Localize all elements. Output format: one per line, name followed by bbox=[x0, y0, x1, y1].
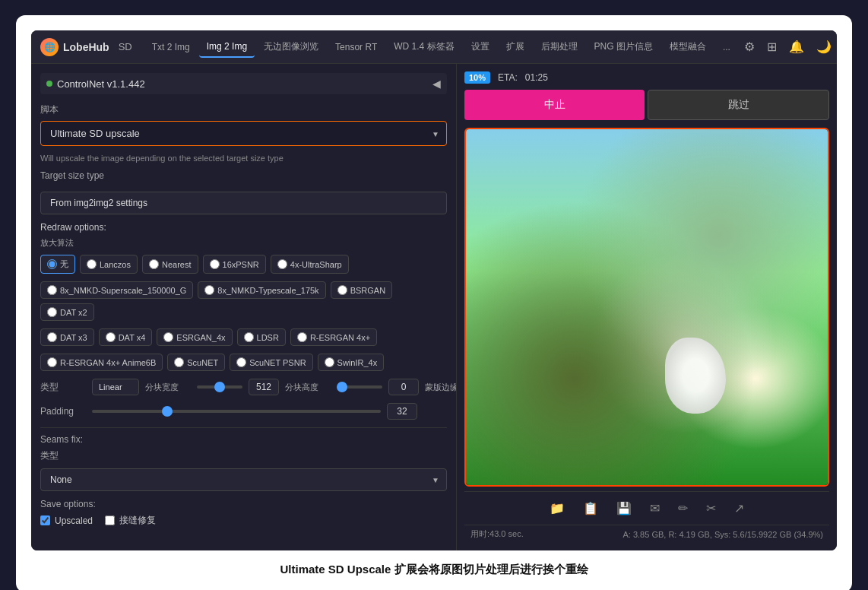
tab-tensor-rt[interactable]: Tensor RT bbox=[328, 37, 385, 57]
upscale-label: 放大算法 bbox=[40, 237, 447, 249]
preview-image bbox=[466, 129, 828, 485]
image-preview bbox=[464, 128, 829, 487]
type-select[interactable]: Linear Chess None bbox=[92, 379, 139, 395]
save-icon[interactable]: 💾 bbox=[613, 498, 635, 519]
type-select-wrapper[interactable]: Linear Chess None bbox=[92, 379, 139, 395]
hint-text: Will upscale the image depending on the … bbox=[40, 154, 447, 163]
seam-fix-label: 蒙版边缘... bbox=[425, 382, 457, 393]
skip-button[interactable]: 跳过 bbox=[648, 90, 829, 120]
nav-tabs: Txt 2 Img Img 2 Img 无边图像浏览 Tensor RT WD … bbox=[144, 36, 738, 58]
save-upscaled-checkbox[interactable]: Upscaled bbox=[40, 515, 93, 526]
notification-icon[interactable]: 🔔 bbox=[786, 36, 807, 57]
radio-4x-ultrasharp[interactable]: 4x-UltraSharp bbox=[271, 255, 349, 274]
navbar: 🌐 LobeHub SD Txt 2 Img Img 2 Img 无边图像浏览 … bbox=[31, 30, 837, 64]
upscale-radio-group: 无 Lanczos Nearest 16xPSNR bbox=[40, 255, 447, 274]
target-size-label: Target size type bbox=[40, 170, 104, 181]
script-select[interactable]: Ultimate SD upscale bbox=[40, 121, 447, 146]
radio-ldsr[interactable]: LDSR bbox=[237, 328, 286, 346]
target-size-select[interactable]: From img2img2 settings bbox=[40, 192, 447, 214]
grid-icon[interactable]: ⊞ bbox=[764, 36, 780, 57]
edit-icon[interactable]: ✏ bbox=[675, 498, 691, 519]
upscale-radio-group-3: DAT x3 DAT x4 ESRGAN_4x LDSR bbox=[40, 328, 447, 346]
share-icon[interactable]: ↗ bbox=[731, 498, 747, 519]
padding-row: Padding 32 bbox=[40, 403, 447, 420]
radio-esrgan-4x[interactable]: ESRGAN_4x bbox=[157, 328, 232, 346]
status-dot bbox=[46, 81, 52, 87]
save-seam-fix-label: 接缝修复 bbox=[119, 514, 156, 527]
copy-icon[interactable]: 📋 bbox=[580, 498, 601, 519]
status-bar: 用时:43.0 sec. A: 3.85 GB, R: 4.19 GB, Sys… bbox=[464, 525, 829, 543]
theme-icon[interactable]: 🌙 bbox=[813, 36, 835, 57]
send-icon[interactable]: ✉ bbox=[647, 498, 663, 519]
tab-model-merge[interactable]: 模型融合 bbox=[662, 36, 714, 58]
tab-more[interactable]: ... bbox=[715, 37, 738, 57]
radio-swinir[interactable]: SwinIR_4x bbox=[318, 354, 385, 371]
tab-img2img[interactable]: Img 2 Img bbox=[199, 36, 255, 58]
padding-label: Padding bbox=[40, 406, 86, 417]
sd-badge: SD bbox=[119, 41, 132, 52]
app-window: 🌐 LobeHub SD Txt 2 Img Img 2 Img 无边图像浏览 … bbox=[31, 30, 837, 550]
tab-postprocess[interactable]: 后期处理 bbox=[534, 36, 585, 58]
script-section-label: 脚本 bbox=[40, 103, 447, 116]
controlnet-title: ControlNet v1.1.442 bbox=[46, 78, 145, 90]
image-toolbar: 📁 📋 💾 ✉ ✏ ✂ ↗ bbox=[464, 491, 829, 525]
tile-width-slider[interactable] bbox=[197, 385, 242, 389]
tab-png-info[interactable]: PNG 图片信息 bbox=[587, 36, 661, 58]
radio-8x-nmkd-type[interactable]: 8x_NMKD-Typescale_175k bbox=[198, 281, 325, 299]
save-seam-fix-checkbox[interactable]: 接缝修复 bbox=[105, 514, 156, 527]
stop-button[interactable]: 中止 bbox=[464, 90, 645, 120]
seams-type-select[interactable]: None Band Pass Half Tile Half Tile + Int… bbox=[40, 468, 447, 491]
tab-image-browser[interactable]: 无边图像浏览 bbox=[256, 36, 326, 58]
radio-dat-x2[interactable]: DAT x2 bbox=[40, 303, 94, 321]
radio-scunet-psnr[interactable]: ScuNET PSNR bbox=[230, 354, 312, 371]
radio-resrgan-4x[interactable]: R-ESRGAN 4x+ bbox=[290, 328, 377, 346]
type-label: 类型 bbox=[40, 381, 86, 394]
tab-extensions[interactable]: 扩展 bbox=[499, 36, 532, 58]
script-dropdown[interactable]: Ultimate SD upscale bbox=[40, 121, 447, 146]
nav-actions: ⚙ ⊞ 🔔 🌙 ⚙ bbox=[741, 36, 837, 57]
seams-type-label: 类型 bbox=[40, 449, 59, 462]
type-slider-row: 类型 Linear Chess None 分块宽度 512 分块高度 0 蒙 bbox=[40, 379, 447, 395]
tile-width-value: 512 bbox=[249, 379, 279, 395]
mem-status: A: 3.85 GB, R: 4.19 GB, Sys: 5.6/15.9922… bbox=[622, 530, 823, 539]
progress-header: 10% ETA: 01:25 bbox=[464, 71, 829, 84]
save-options: Upscaled 接缝修复 bbox=[40, 514, 447, 527]
radio-none[interactable]: 无 bbox=[40, 255, 75, 274]
divider bbox=[40, 427, 447, 428]
upscale-radio-group-4: R-ESRGAN 4x+ Anime6B ScuNET ScuNET PSNR … bbox=[40, 354, 447, 371]
scissors-icon[interactable]: ✂ bbox=[703, 498, 719, 519]
tile-height-slider[interactable] bbox=[337, 385, 382, 389]
eta-value: 01:25 bbox=[525, 72, 548, 83]
tile-height-label: 分块高度 bbox=[285, 382, 331, 393]
radio-lanczos[interactable]: Lanczos bbox=[80, 255, 138, 274]
settings-icon[interactable]: ⚙ bbox=[741, 36, 758, 57]
radio-8x-nmkd-super[interactable]: 8x_NMKD-Superscale_150000_G bbox=[40, 281, 193, 299]
left-panel: ControlNet v1.1.442 ◀ 脚本 Ultimate SD ups… bbox=[31, 64, 457, 550]
radio-bsrgan[interactable]: BSRGAN bbox=[331, 281, 392, 299]
tab-wd-tagger[interactable]: WD 1.4 标签器 bbox=[386, 36, 461, 58]
controlnet-label: ControlNet v1.1.442 bbox=[57, 78, 145, 90]
target-size-row: Target size type bbox=[40, 170, 447, 186]
main-content: ControlNet v1.1.442 ◀ 脚本 Ultimate SD ups… bbox=[31, 64, 837, 550]
tab-txt2img[interactable]: Txt 2 Img bbox=[144, 37, 198, 57]
seams-fix-label: Seams fix: bbox=[40, 434, 447, 445]
radio-nearest[interactable]: Nearest bbox=[142, 255, 198, 274]
radio-dat-x3[interactable]: DAT x3 bbox=[40, 328, 94, 346]
collapse-icon[interactable]: ◀ bbox=[432, 78, 441, 90]
radio-16xpsnr[interactable]: 16xPSNR bbox=[203, 255, 266, 274]
bottom-caption: Ultimate SD Upscale 扩展会将原图切片处理后进行挨个重绘 bbox=[31, 563, 837, 577]
redraw-label: Redraw options: bbox=[40, 222, 447, 233]
right-panel: 10% ETA: 01:25 中止 跳过 📁 📋 💾 bbox=[457, 64, 837, 550]
tab-settings[interactable]: 设置 bbox=[464, 36, 497, 58]
folder-icon[interactable]: 📁 bbox=[546, 498, 568, 519]
upscale-radio-group-2: 8x_NMKD-Superscale_150000_G 8x_NMKD-Type… bbox=[40, 281, 447, 321]
outer-wrapper: 🌐 LobeHub SD Txt 2 Img Img 2 Img 无边图像浏览 … bbox=[16, 15, 852, 590]
padding-slider[interactable] bbox=[92, 410, 381, 413]
logo-text: LobeHub bbox=[63, 41, 109, 53]
radio-scunet[interactable]: ScuNET bbox=[167, 354, 225, 371]
radio-dat-x4[interactable]: DAT x4 bbox=[99, 328, 153, 346]
seams-type-row: 类型 bbox=[40, 449, 447, 462]
logo-icon: 🌐 bbox=[40, 38, 59, 56]
radio-resrgan-anime[interactable]: R-ESRGAN 4x+ Anime6B bbox=[40, 354, 163, 371]
seams-type-dropdown[interactable]: None Band Pass Half Tile Half Tile + Int… bbox=[40, 468, 447, 491]
